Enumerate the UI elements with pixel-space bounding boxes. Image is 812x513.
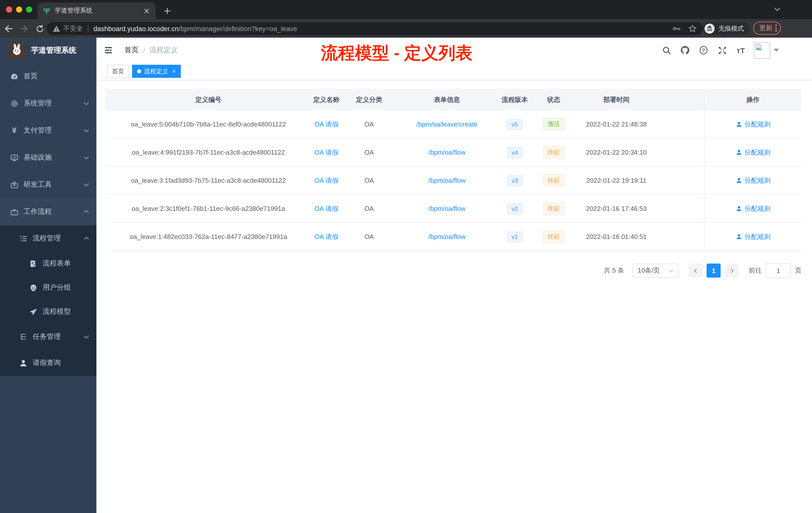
not-secure-warning-icon xyxy=(53,25,60,32)
breadcrumb-separator: / xyxy=(143,46,145,54)
form-info-link[interactable]: /bpm/oa/flow xyxy=(397,205,497,212)
sidebar-item-home[interactable]: 首页 xyxy=(0,63,96,90)
form-info-link[interactable]: /bpm/oa/flow xyxy=(397,233,497,240)
deploy-time: 2022-01-22 19:19:11 xyxy=(575,177,658,184)
col-header-definition-name: 定义名称 xyxy=(311,95,342,104)
form-info-link[interactable]: /bpm/oa/leave/create xyxy=(397,120,497,128)
chevron-down-icon xyxy=(668,268,674,273)
github-icon[interactable] xyxy=(679,45,691,56)
user-avatar-dropdown[interactable] xyxy=(754,42,779,58)
col-header-status: 状态 xyxy=(532,95,575,104)
assign-rule-link[interactable]: 分配规则 xyxy=(735,204,771,213)
definition-name-link[interactable]: OA 请假 xyxy=(311,148,342,157)
reload-icon[interactable] xyxy=(34,23,45,34)
tag-home[interactable]: 首页 xyxy=(107,65,129,78)
sidebar-item-workflow[interactable]: 工作流程 xyxy=(0,198,96,225)
sidebar-item-infrastructure[interactable]: 基础设施 xyxy=(0,144,96,171)
definition-name-link[interactable]: OA 请假 xyxy=(311,232,342,241)
sidebar-item-process-management[interactable]: 流程管理 xyxy=(0,225,96,251)
tab-search-chevron-icon[interactable] xyxy=(774,5,781,12)
help-icon[interactable]: ? xyxy=(698,45,709,56)
forward-icon[interactable] xyxy=(19,23,30,34)
annotation-title: 流程模型 - 定义列表 xyxy=(321,42,472,65)
seedling-favicon-icon xyxy=(43,7,51,15)
page-number-button[interactable]: 1 xyxy=(706,264,721,278)
breadcrumb-current: 流程定义 xyxy=(150,46,178,55)
chevron-down-icon xyxy=(83,127,89,133)
version-badge: v2 xyxy=(506,203,523,214)
version-badge: v3 xyxy=(506,175,523,186)
prev-page-button[interactable] xyxy=(689,264,702,278)
sidebar-item-leave-query[interactable]: 请假查询 xyxy=(0,350,96,376)
tab-title: 芋道管理系统 xyxy=(55,6,143,15)
font-size-icon[interactable]: тT xyxy=(735,45,746,56)
browser-menu-kebab-icon[interactable] xyxy=(775,25,777,32)
fullscreen-icon[interactable] xyxy=(717,45,728,56)
yen-icon: ¥ xyxy=(10,126,19,135)
address-bar[interactable]: 不安全 dashboard.yudao.iocoder.cn/bpm/manag… xyxy=(47,22,703,35)
definition-id: oa_leave:1:482ec033-762a-11ec-8477-a2380… xyxy=(106,233,311,240)
table-row: oa_leave:3:1fad3d93-7b75-11ec-a3c8-acde4… xyxy=(106,167,802,195)
assign-rule-link[interactable]: 分配规则 xyxy=(735,120,771,129)
next-page-button[interactable] xyxy=(725,264,739,278)
sidebar-item-devtools[interactable]: 研发工具 xyxy=(0,171,96,198)
app-logo-avatar xyxy=(8,42,25,58)
sidebar-toggle-icon[interactable] xyxy=(100,42,116,58)
assign-rule-link[interactable]: 分配规则 xyxy=(735,232,771,241)
status-badge: 激活 xyxy=(543,118,565,130)
browser-tab[interactable]: 芋道管理系统 xyxy=(38,2,156,19)
goto-unit: 页 xyxy=(795,266,802,275)
definition-id: oa_leave:5:004b710b-7b8a-11ec-8ef0-acde4… xyxy=(106,120,311,128)
page-size-select[interactable]: 10条/页 xyxy=(632,264,678,278)
sidebar-item-process-form[interactable]: 流程表单 xyxy=(0,251,96,276)
key-icon[interactable] xyxy=(672,24,681,33)
sidebar-item-user-group[interactable]: 用户分组 xyxy=(0,276,96,300)
url-domain: dashboard.yudao.iocoder.cn xyxy=(93,25,178,32)
robot-icon xyxy=(29,283,38,292)
definition-name-link[interactable]: OA 请假 xyxy=(311,176,342,185)
search-icon[interactable] xyxy=(661,45,672,56)
assign-rule-link[interactable]: 分配规则 xyxy=(735,148,771,157)
tag-process-definition[interactable]: 流程定义 × xyxy=(132,65,181,78)
url-text: dashboard.yudao.iocoder.cn/bpm/manager/d… xyxy=(93,25,667,32)
app-window: 芋道管理系统 首页 系统管理 ¥ 支付管理 xyxy=(0,38,812,513)
col-header-deploy-time: 部署时间 xyxy=(575,95,658,104)
pagination: 共 5 条 10条/页 1 前往 页 xyxy=(106,263,802,278)
form-info-link[interactable]: /bpm/oa/flow xyxy=(397,177,497,184)
tags-view-bar: 首页 流程定义 × xyxy=(96,63,812,80)
dashboard-icon xyxy=(10,72,19,81)
security-label: 不安全 xyxy=(63,24,83,33)
bookmark-star-icon[interactable] xyxy=(688,24,697,33)
window-zoom-button[interactable] xyxy=(26,6,32,12)
back-icon[interactable] xyxy=(3,23,14,34)
definition-id: oa_leave:2:3c1f0ef1-76b1-11ec-9c66-a2380… xyxy=(106,205,311,212)
window-minimize-button[interactable] xyxy=(16,6,22,12)
incognito-badge: 无痕模式 xyxy=(703,22,750,35)
col-header-definition-category: 定义分类 xyxy=(342,95,397,104)
sidebar-item-task-management[interactable]: 任务管理 xyxy=(0,324,96,350)
workflow-submenu: 流程管理 流程表单 用户分组 xyxy=(0,225,96,376)
breadcrumb-home[interactable]: 首页 xyxy=(124,46,139,55)
tag-close-icon[interactable]: × xyxy=(172,68,176,75)
definition-name-link[interactable]: OA 请假 xyxy=(311,204,342,213)
chrome-update-button[interactable]: 更新 xyxy=(753,22,781,35)
sidebar-item-process-model[interactable]: 流程模型 xyxy=(0,300,96,324)
definition-name-link[interactable]: OA 请假 xyxy=(311,120,342,129)
sidebar-item-payment[interactable]: ¥ 支付管理 xyxy=(0,117,96,144)
table-header-row: 定义编号 定义名称 定义分类 表单信息 流程版本 状态 部署时间 操作 xyxy=(106,89,802,111)
tab-close-icon[interactable] xyxy=(143,7,151,15)
chevron-down-icon xyxy=(83,155,89,161)
sidebar-item-system[interactable]: 系统管理 xyxy=(0,90,96,117)
url-divider xyxy=(88,25,88,32)
status-badge: 挂起 xyxy=(543,231,565,243)
briefcase-icon xyxy=(10,208,19,216)
sidebar-logo-row[interactable]: 芋道管理系统 xyxy=(0,38,96,63)
deploy-time: 2022-01-16 01:40:51 xyxy=(575,233,658,240)
table-row: oa_leave:1:482ec033-762a-11ec-8477-a2380… xyxy=(106,223,802,251)
assign-rule-link[interactable]: 分配规则 xyxy=(735,176,771,185)
goto-page-input[interactable] xyxy=(766,263,791,278)
chevron-up-icon xyxy=(83,209,89,215)
window-close-button[interactable] xyxy=(6,6,12,12)
new-tab-button[interactable] xyxy=(161,4,174,18)
form-info-link[interactable]: /bpm/oa/flow xyxy=(397,149,497,156)
